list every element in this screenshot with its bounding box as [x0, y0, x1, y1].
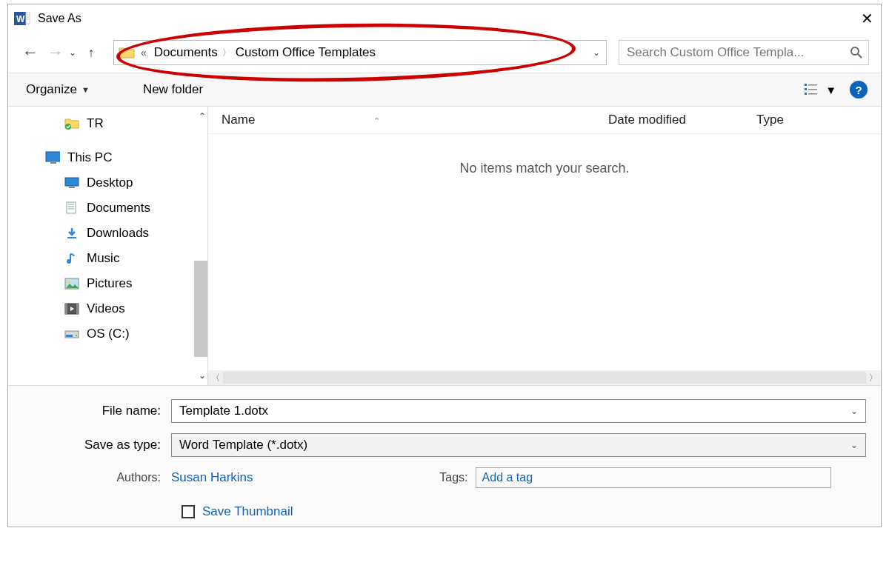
svg-rect-28 — [65, 304, 67, 314]
tree-item-documents[interactable]: Documents — [8, 196, 207, 221]
sidebar: ⌃ TR This PC Desktop Docum — [8, 107, 208, 385]
new-folder-label: New folder — [143, 82, 203, 97]
address-dropdown[interactable]: ⌄ — [593, 47, 600, 58]
svg-point-24 — [67, 259, 71, 264]
organize-label: Organize — [26, 82, 77, 97]
column-headers: Name⌃ Date modified Type — [208, 107, 881, 134]
authors-value[interactable]: Susan Harkins — [171, 470, 253, 485]
tags-placeholder: Add a tag — [482, 471, 533, 484]
svg-rect-12 — [805, 93, 807, 95]
empty-message: No items match your search. — [208, 134, 881, 176]
back-button[interactable]: ← — [20, 42, 41, 63]
save-form: File name: Template 1.dotx ⌄ Save as typ… — [8, 385, 881, 527]
folder-icon — [64, 117, 79, 130]
tree-item-videos[interactable]: Videos — [8, 296, 207, 321]
documents-icon — [64, 201, 79, 215]
tree-item-tr[interactable]: TR — [8, 111, 207, 136]
tree-label: Music — [87, 251, 119, 266]
svg-point-32 — [76, 335, 77, 336]
svg-rect-11 — [808, 89, 817, 90]
videos-icon — [64, 302, 79, 315]
scroll-down-button[interactable]: ⌄ — [199, 370, 206, 381]
tags-input[interactable]: Add a tag — [476, 467, 831, 488]
svg-text:W: W — [16, 14, 25, 24]
scrollbar-track[interactable] — [223, 372, 866, 384]
chevron-down-icon[interactable]: ⌄ — [850, 440, 858, 450]
tree-label: Documents — [87, 201, 150, 216]
word-icon: W — [14, 10, 30, 27]
column-date[interactable]: Date modified — [608, 113, 756, 127]
breadcrumb-documents[interactable]: Documents — [150, 45, 222, 60]
tree-label: OS (C:) — [87, 327, 130, 341]
column-type[interactable]: Type — [756, 113, 868, 127]
tree-item-os-c[interactable]: OS (C:) — [8, 321, 207, 347]
svg-point-6 — [851, 47, 859, 55]
svg-point-26 — [67, 281, 70, 284]
svg-rect-9 — [808, 84, 817, 86]
explorer-body: ⌃ TR This PC Desktop Docum — [8, 107, 881, 385]
view-options-button[interactable]: ▼ — [805, 83, 836, 96]
pictures-icon — [64, 277, 79, 290]
scroll-up-button[interactable]: ⌃ — [199, 111, 206, 121]
scroll-right-icon[interactable]: 〉 — [866, 372, 881, 384]
svg-rect-17 — [65, 178, 79, 186]
chevron-right-icon: 〉 — [222, 47, 231, 59]
chevron-down-icon: ▼ — [81, 85, 90, 94]
chevron-down-icon: ▼ — [825, 84, 836, 96]
svg-rect-10 — [805, 88, 807, 90]
tree-item-this-pc[interactable]: This PC — [8, 145, 207, 170]
svg-rect-8 — [805, 84, 807, 86]
authors-label: Authors: — [23, 471, 171, 484]
svg-line-7 — [858, 54, 862, 58]
file-list: Name⌃ Date modified Type No items match … — [208, 107, 881, 385]
computer-icon — [45, 151, 60, 164]
forward-button[interactable]: → — [45, 42, 66, 63]
save-type-select[interactable]: Word Template (*.dotx) ⌄ — [171, 433, 866, 457]
tree-label: Videos — [87, 301, 125, 316]
search-input[interactable]: Search Custom Office Templa... — [619, 40, 869, 65]
tree-item-desktop[interactable]: Desktop — [8, 170, 207, 196]
tree-label: Pictures — [87, 276, 132, 291]
title-bar: W Save As ✕ — [8, 4, 881, 33]
tree-label: TR — [87, 116, 104, 131]
recent-locations-button[interactable]: ⌄ — [69, 47, 76, 58]
svg-rect-13 — [808, 93, 817, 95]
window-title: Save As — [38, 12, 81, 25]
music-icon — [64, 252, 79, 265]
save-thumbnail-checkbox[interactable] — [182, 505, 195, 518]
svg-rect-29 — [76, 304, 79, 314]
organize-button[interactable]: Organize ▼ — [21, 79, 94, 100]
breadcrumb-overflow[interactable]: « — [139, 47, 150, 59]
sort-indicator-icon: ⌃ — [373, 116, 380, 125]
tree-item-downloads[interactable]: Downloads — [8, 221, 207, 246]
svg-rect-31 — [66, 335, 73, 337]
new-folder-button[interactable]: New folder — [139, 79, 207, 100]
nav-row: ← → ⌄ ↑ « Documents 〉 Custom Office Temp… — [8, 33, 881, 73]
save-thumbnail-label[interactable]: Save Thumbnail — [202, 504, 293, 519]
scrollbar-thumb[interactable] — [194, 261, 207, 357]
tree-label: This PC — [67, 150, 112, 165]
breadcrumb-custom-templates[interactable]: Custom Office Templates — [231, 45, 380, 60]
close-button[interactable]: ✕ — [861, 10, 873, 27]
address-bar[interactable]: « Documents 〉 Custom Office Templates ⌄ — [113, 40, 607, 65]
tree-item-music[interactable]: Music — [8, 246, 207, 271]
tree-label: Desktop — [87, 176, 133, 190]
save-as-dialog: W Save As ✕ ← → ⌄ ↑ « Documents 〉 Custom… — [7, 4, 882, 527]
up-button[interactable]: ↑ — [81, 42, 101, 63]
tree-label: Downloads — [87, 226, 149, 241]
column-name[interactable]: Name⌃ — [222, 113, 608, 127]
horizontal-scrollbar[interactable]: 〈 〉 — [208, 370, 881, 385]
svg-rect-16 — [50, 162, 56, 164]
help-button[interactable]: ? — [850, 81, 868, 98]
file-name-label: File name: — [23, 404, 171, 418]
tree-item-pictures[interactable]: Pictures — [8, 271, 207, 296]
chevron-down-icon[interactable]: ⌄ — [850, 406, 858, 416]
file-name-input[interactable]: Template 1.dotx ⌄ — [171, 399, 866, 423]
drive-icon — [64, 327, 79, 341]
scroll-left-icon[interactable]: 〈 — [208, 372, 223, 384]
svg-rect-18 — [69, 187, 75, 188]
file-name-value: Template 1.dotx — [179, 404, 268, 418]
search-icon — [850, 47, 862, 59]
toolbar: Organize ▼ New folder ▼ ? — [8, 73, 881, 107]
folder-icon — [119, 46, 135, 59]
